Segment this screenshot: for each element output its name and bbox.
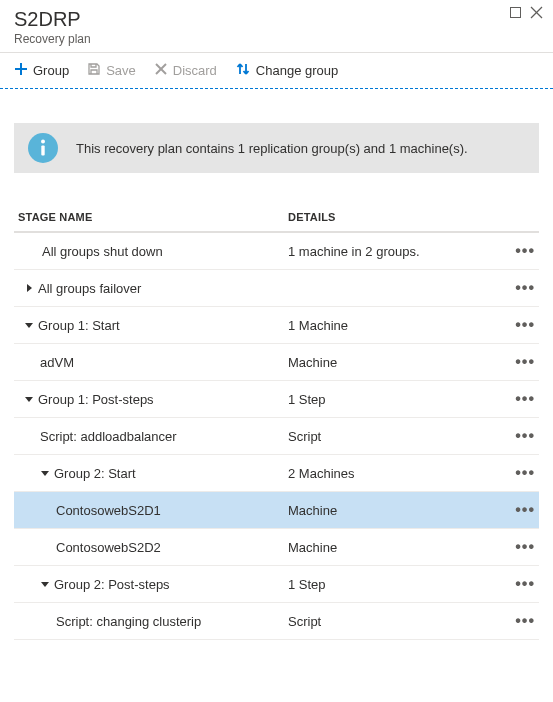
info-banner: This recovery plan contains 1 replicatio… <box>14 123 539 173</box>
row-actions-button[interactable]: ••• <box>505 279 535 297</box>
table-row[interactable]: Script: addloadbalancerScript••• <box>14 418 539 455</box>
plus-icon <box>14 62 28 79</box>
stage-name-cell: All groups shut down <box>18 244 288 259</box>
stage-name-label: All groups failover <box>38 281 141 296</box>
chevron-right-icon[interactable] <box>24 284 34 292</box>
table-header: STAGE NAME DETAILS <box>14 203 539 233</box>
more-icon: ••• <box>515 464 535 481</box>
stage-name-cell: Group 1: Start <box>18 318 288 333</box>
row-actions-button[interactable]: ••• <box>505 538 535 556</box>
table-row[interactable]: Group 2: Start2 Machines••• <box>14 455 539 492</box>
more-icon: ••• <box>515 538 535 555</box>
stage-detail-cell: Script <box>288 429 505 444</box>
stage-name-label: Script: addloadbalancer <box>40 429 177 444</box>
svg-marker-11 <box>25 397 33 402</box>
swap-icon <box>235 61 251 80</box>
stages-table: STAGE NAME DETAILS All groups shut down1… <box>0 203 553 640</box>
svg-marker-9 <box>27 284 32 292</box>
more-icon: ••• <box>515 501 535 518</box>
stage-name-label: ContosowebS2D1 <box>56 503 161 518</box>
stage-detail-cell: Machine <box>288 503 505 518</box>
stage-name-cell: adVM <box>18 355 288 370</box>
discard-button[interactable]: Discard <box>154 62 217 79</box>
table-row[interactable]: All groups failover••• <box>14 270 539 307</box>
more-icon: ••• <box>515 612 535 629</box>
stage-name-cell: Script: changing clusterip <box>18 614 288 629</box>
row-actions-button[interactable]: ••• <box>505 501 535 519</box>
stage-name-cell: ContosowebS2D2 <box>18 540 288 555</box>
discard-label: Discard <box>173 63 217 78</box>
change-group-button[interactable]: Change group <box>235 61 338 80</box>
row-actions-button[interactable]: ••• <box>505 612 535 630</box>
svg-rect-8 <box>41 146 44 156</box>
more-icon: ••• <box>515 242 535 259</box>
table-row[interactable]: All groups shut down1 machine in 2 group… <box>14 233 539 270</box>
stage-detail-cell: 1 Step <box>288 577 505 592</box>
more-icon: ••• <box>515 575 535 592</box>
toolbar: Group Save Discard Change group <box>0 53 553 89</box>
save-button[interactable]: Save <box>87 62 136 79</box>
table-row[interactable]: adVMMachine••• <box>14 344 539 381</box>
svg-marker-13 <box>41 582 49 587</box>
stage-name-label: adVM <box>40 355 74 370</box>
stage-detail-cell: 1 Machine <box>288 318 505 333</box>
svg-marker-10 <box>25 323 33 328</box>
stage-detail-cell: Machine <box>288 355 505 370</box>
table-row[interactable]: ContosowebS2D1Machine••• <box>14 492 539 529</box>
more-icon: ••• <box>515 390 535 407</box>
stage-name-cell: Script: addloadbalancer <box>18 429 288 444</box>
stage-detail-cell: 1 Step <box>288 392 505 407</box>
chevron-down-icon[interactable] <box>24 395 34 403</box>
save-icon <box>87 62 101 79</box>
svg-marker-12 <box>41 471 49 476</box>
group-label: Group <box>33 63 69 78</box>
restore-icon[interactable] <box>509 6 522 21</box>
row-actions-button[interactable]: ••• <box>505 427 535 445</box>
chevron-down-icon[interactable] <box>40 580 50 588</box>
stage-name-cell: Group 2: Post-steps <box>18 577 288 592</box>
group-button[interactable]: Group <box>14 62 69 79</box>
stage-name-cell: Group 1: Post-steps <box>18 392 288 407</box>
stage-name-label: Group 1: Post-steps <box>38 392 154 407</box>
row-actions-button[interactable]: ••• <box>505 242 535 260</box>
save-label: Save <box>106 63 136 78</box>
more-icon: ••• <box>515 353 535 370</box>
row-actions-button[interactable]: ••• <box>505 390 535 408</box>
svg-rect-0 <box>511 8 521 18</box>
row-actions-button[interactable]: ••• <box>505 316 535 334</box>
table-row[interactable]: Script: changing clusteripScript••• <box>14 603 539 640</box>
stage-name-label: Group 1: Start <box>38 318 120 333</box>
close-icon[interactable] <box>530 6 543 21</box>
discard-icon <box>154 62 168 79</box>
info-text: This recovery plan contains 1 replicatio… <box>76 141 468 156</box>
row-actions-button[interactable]: ••• <box>505 575 535 593</box>
stage-detail-cell: 1 machine in 2 groups. <box>288 244 505 259</box>
stage-detail-cell: 2 Machines <box>288 466 505 481</box>
svg-point-7 <box>41 140 45 144</box>
table-row[interactable]: ContosowebS2D2Machine••• <box>14 529 539 566</box>
table-row[interactable]: Group 1: Start1 Machine••• <box>14 307 539 344</box>
panel-header: S2DRP Recovery plan <box>0 0 553 52</box>
stage-name-label: Script: changing clusterip <box>56 614 201 629</box>
stage-name-cell: Group 2: Start <box>18 466 288 481</box>
chevron-down-icon[interactable] <box>24 321 34 329</box>
stage-name-label: ContosowebS2D2 <box>56 540 161 555</box>
table-row[interactable]: Group 1: Post-steps1 Step••• <box>14 381 539 418</box>
stage-name-cell: ContosowebS2D1 <box>18 503 288 518</box>
stage-name-label: Group 2: Post-steps <box>54 577 170 592</box>
more-icon: ••• <box>515 316 535 333</box>
info-icon <box>28 133 58 163</box>
change-group-label: Change group <box>256 63 338 78</box>
row-actions-button[interactable]: ••• <box>505 353 535 371</box>
column-stage-name: STAGE NAME <box>18 211 288 223</box>
column-actions <box>505 211 535 223</box>
chevron-down-icon[interactable] <box>40 469 50 477</box>
stage-name-cell: All groups failover <box>18 281 288 296</box>
page-title: S2DRP <box>14 8 539 31</box>
window-controls <box>509 6 543 21</box>
more-icon: ••• <box>515 427 535 444</box>
stage-detail-cell: Machine <box>288 540 505 555</box>
stage-detail-cell: Script <box>288 614 505 629</box>
table-row[interactable]: Group 2: Post-steps1 Step••• <box>14 566 539 603</box>
row-actions-button[interactable]: ••• <box>505 464 535 482</box>
